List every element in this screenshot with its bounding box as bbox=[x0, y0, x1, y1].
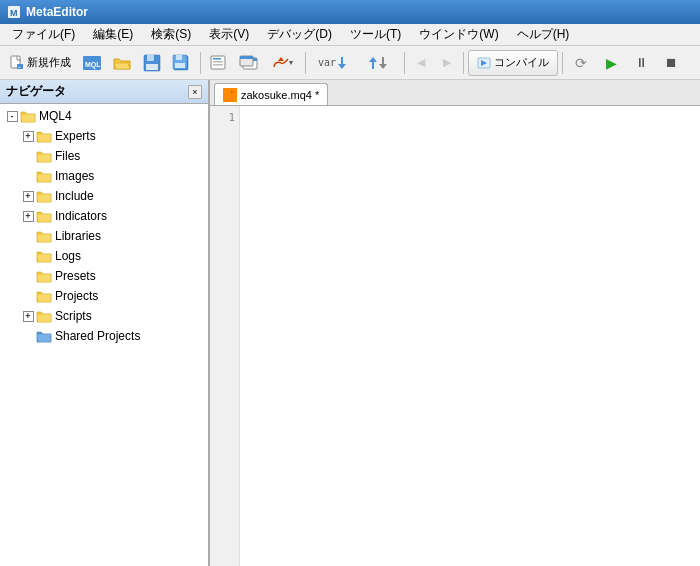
svg-rect-27 bbox=[372, 61, 374, 69]
tree-item-logs[interactable]: Logs bbox=[0, 246, 208, 266]
tab-bar: zakosuke.mq4 * bbox=[210, 80, 700, 106]
new-label: 新規作成 bbox=[27, 55, 71, 70]
libraries-folder-icon bbox=[36, 229, 52, 243]
tab-file-icon bbox=[223, 88, 237, 102]
var-label: var bbox=[318, 57, 336, 68]
open-icon bbox=[113, 55, 131, 71]
code-area: 1 bbox=[210, 106, 700, 566]
menu-file[interactable]: ファイル(F) bbox=[4, 24, 83, 45]
sep4 bbox=[463, 52, 464, 74]
var-button[interactable]: var bbox=[310, 50, 354, 76]
compile-button[interactable]: コンパイル bbox=[468, 50, 558, 76]
tree-item-presets[interactable]: Presets bbox=[0, 266, 208, 286]
page-button[interactable] bbox=[205, 50, 233, 76]
tree-item-experts[interactable]: + Experts bbox=[0, 126, 208, 146]
logs-folder-icon bbox=[36, 249, 52, 263]
tree-item-mql4[interactable]: - MQL4 bbox=[0, 106, 208, 126]
menu-search[interactable]: 検索(S) bbox=[143, 24, 199, 45]
app-title: MetaEditor bbox=[26, 5, 88, 19]
new-icon: + bbox=[9, 55, 25, 71]
menu-edit[interactable]: 編集(E) bbox=[85, 24, 141, 45]
save-icon bbox=[143, 54, 161, 72]
new-button[interactable]: + 新規作成 bbox=[4, 50, 76, 76]
tree-item-libraries[interactable]: Libraries bbox=[0, 226, 208, 246]
back-button[interactable]: ◀ bbox=[409, 50, 433, 76]
page-icon bbox=[210, 55, 228, 71]
svg-rect-17 bbox=[213, 61, 223, 63]
svg-rect-29 bbox=[382, 57, 384, 65]
projects-label: Projects bbox=[55, 289, 98, 303]
svg-rect-18 bbox=[213, 64, 223, 66]
svg-marker-24 bbox=[289, 61, 293, 65]
presets-expander bbox=[20, 268, 36, 284]
toolbar: + 新規作成 MQL bbox=[0, 46, 700, 80]
func-up-icon bbox=[369, 57, 377, 69]
images-expander bbox=[20, 168, 36, 184]
tree-item-scripts[interactable]: + Scripts bbox=[0, 306, 208, 326]
navigator-panel: ナビゲータ × - MQL4 + bbox=[0, 80, 210, 566]
projects-folder-icon bbox=[36, 289, 52, 303]
menu-view[interactable]: 表示(V) bbox=[201, 24, 257, 45]
sep1 bbox=[200, 52, 201, 74]
svg-marker-23 bbox=[278, 57, 284, 61]
mql4-icon: MQL bbox=[82, 54, 102, 72]
restart-button[interactable]: ⟳ bbox=[567, 50, 595, 76]
editor-tab[interactable]: zakosuke.mq4 * bbox=[214, 83, 328, 105]
navigator-title: ナビゲータ bbox=[6, 83, 66, 100]
script-button[interactable] bbox=[265, 50, 301, 76]
files-folder-icon bbox=[36, 149, 52, 163]
svg-rect-8 bbox=[147, 55, 154, 61]
dropdown-arrow-icon bbox=[288, 60, 294, 66]
svg-rect-16 bbox=[213, 58, 221, 60]
tree-item-include[interactable]: + Include bbox=[0, 186, 208, 206]
menu-tools[interactable]: ツール(T) bbox=[342, 24, 409, 45]
indicators-folder-icon bbox=[36, 209, 52, 223]
mql4-folder-icon bbox=[20, 109, 36, 123]
menu-window[interactable]: ウインドウ(W) bbox=[411, 24, 506, 45]
line-number-1: 1 bbox=[210, 110, 235, 126]
func-button[interactable] bbox=[356, 50, 400, 76]
editor-area: zakosuke.mq4 * 1 bbox=[210, 80, 700, 566]
files-label: Files bbox=[55, 149, 80, 163]
images-folder-icon bbox=[36, 169, 52, 183]
mql4-expander: - bbox=[4, 108, 20, 124]
experts-label: Experts bbox=[55, 129, 96, 143]
tree-item-shared-projects[interactable]: Shared Projects bbox=[0, 326, 208, 346]
compile-label: コンパイル bbox=[494, 55, 549, 70]
stop-button[interactable]: ⏹ bbox=[657, 50, 685, 76]
navigator-tree: - MQL4 + Experts bbox=[0, 104, 208, 566]
play-button[interactable]: ▶ bbox=[597, 50, 625, 76]
menu-bar: ファイル(F) 編集(E) 検索(S) 表示(V) デバッグ(D) ツール(T)… bbox=[0, 24, 700, 46]
forward-button[interactable]: ▶ bbox=[435, 50, 459, 76]
open-button[interactable] bbox=[108, 50, 136, 76]
app-icon: M bbox=[6, 4, 22, 20]
indicators-expander: + bbox=[20, 208, 36, 224]
mql4-button[interactable]: MQL bbox=[78, 50, 106, 76]
logs-label: Logs bbox=[55, 249, 81, 263]
svg-text:MQL: MQL bbox=[85, 61, 101, 69]
save-all-button[interactable] bbox=[168, 50, 196, 76]
tree-item-projects[interactable]: Projects bbox=[0, 286, 208, 306]
svg-rect-13 bbox=[176, 55, 182, 60]
svg-rect-9 bbox=[146, 64, 158, 70]
svg-rect-14 bbox=[175, 63, 185, 68]
scripts-label: Scripts bbox=[55, 309, 92, 323]
tree-item-indicators[interactable]: + Indicators bbox=[0, 206, 208, 226]
shared-projects-expander bbox=[20, 328, 36, 344]
navigator-close-button[interactable]: × bbox=[188, 85, 202, 99]
pause-button[interactable]: ⏸ bbox=[627, 50, 655, 76]
logs-expander bbox=[20, 248, 36, 264]
title-bar: M MetaEditor bbox=[0, 0, 700, 24]
svg-marker-28 bbox=[369, 57, 377, 62]
code-content[interactable] bbox=[240, 106, 700, 566]
play-icon: ▶ bbox=[606, 55, 617, 71]
menu-debug[interactable]: デバッグ(D) bbox=[259, 24, 340, 45]
menu-help[interactable]: ヘルプ(H) bbox=[509, 24, 578, 45]
tree-item-files[interactable]: Files bbox=[0, 146, 208, 166]
svg-text:M: M bbox=[10, 8, 18, 18]
save-button[interactable] bbox=[138, 50, 166, 76]
window-button[interactable] bbox=[235, 50, 263, 76]
include-label: Include bbox=[55, 189, 94, 203]
mql4-label: MQL4 bbox=[39, 109, 72, 123]
tree-item-images[interactable]: Images bbox=[0, 166, 208, 186]
